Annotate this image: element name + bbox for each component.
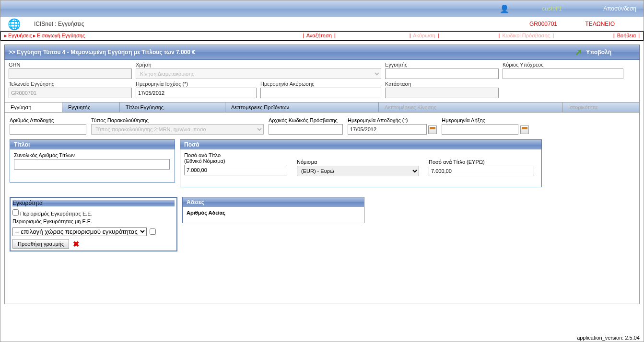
titles-panel-header: Τίτλοι [10,140,175,149]
limit-noneu-label: Περιορισμός Εγκυρότητας μη Ε.Ε. [12,218,92,224]
calendar-icon[interactable] [520,125,529,134]
amount-euro-label: Ποσό ανά Τίτλο (ΕΥΡΩ) [429,159,534,165]
amount-euro-input[interactable] [429,166,534,176]
usage-label: Χρήση [136,62,381,68]
office-code: GR000701 [529,21,557,27]
expiry-date-label: Ημερομηνία Λήξης [442,117,528,123]
principal-input[interactable] [503,68,623,79]
validity-panel: Εγκυρότητα Περιορισμός Εγκυρότητας Ε.Ε. … [10,197,177,251]
nav-cancel: Ακύρωση [413,33,435,38]
cancel-date-label: Ημερομηνία Ακύρωσης [260,81,381,87]
currency-select[interactable]: (EUR) - Ευρώ [297,166,419,176]
usage-select[interactable]: Κίνηση Διαμετακόμισης [136,68,381,79]
expiry-date-input[interactable] [442,124,518,135]
user-icon: 👤 [500,4,509,13]
initial-code-input[interactable] [269,124,343,135]
titles-panel: Τίτλοι Συνολικός Αριθμός Τίτλων [10,139,175,182]
amount-national-input[interactable] [184,165,287,175]
licenses-panel-header: Άδειες [183,197,364,207]
office-input [9,88,132,98]
guarantor-input[interactable] [385,68,499,79]
office-label: ΤΕΛΩΝΕΙΟ [585,21,615,27]
license-num-label: Αριθμός Αδείας [187,210,360,216]
panel-header: >> Εγγύηση Τύπου 4 - Μεμονωμένη Εγγύηση … [4,45,640,60]
country-checkbox[interactable] [150,228,156,235]
valid-date-label: Ημερομηνία Ισχύος (*) [136,81,257,87]
bc-part1[interactable]: Εγγυήσεις [8,33,32,38]
tab-titles[interactable]: Τίτλοι Εγγύησης [120,103,225,112]
principal-label: Κύριος Υπόχρεος [503,62,623,68]
submit-arrow-icon: ➚ [575,47,582,57]
tab-movement: Λεπτομέρειες Κίνησης [379,103,562,112]
status-input [385,88,499,98]
office-field-label: Τελωνείο Εγγύησης [9,81,132,87]
panel-title: >> Εγγύηση Τύπου 4 - Μεμονωμένη Εγγύηση … [9,49,195,56]
nav-search[interactable]: Αναζήτηση [306,33,332,38]
grn-input [9,68,132,79]
total-titles-label: Συνολικός Αριθμός Τίτλων [14,152,171,158]
username-link[interactable]: custoff1 [542,5,562,12]
app-header: 🌐 ICISnet : Εγγυήσεις GR000701 ΤΕΛΩΝΕΙΟ [0,17,644,31]
cancel-date-input[interactable] [260,88,381,98]
nav-help[interactable]: Βοήθεια [617,33,636,38]
tabs: Εγγύηση Εγγυητής Τίτλοι Εγγύησης Λεπτομέ… [4,103,640,113]
delete-icon[interactable]: ✖ [73,239,79,249]
tab-history: Ιστορικότητα [562,103,639,112]
amounts-panel-header: Ποσά [180,140,541,149]
add-row-button[interactable]: Προσθήκη γραμμής [12,239,69,249]
monitor-type-select[interactable]: Τύπος παρακολούθησης 2:MRN, ημν/νια, ποσ… [91,124,264,135]
amounts-panel: Ποσά Ποσό ανά Τίτλο(Εθνικό Νόμισμα) Νόμι… [180,139,542,187]
topbar: 👤 custoff1 Αποσύνδεση [0,0,644,17]
limit-eu-checkbox[interactable] [12,209,19,216]
logout-link[interactable]: Αποσύνδεση [603,5,636,12]
licenses-panel: Άδειες Αριθμός Αδείας [182,197,364,223]
status-label: Κατάσταση [385,81,499,87]
tab-products[interactable]: Λεπτομέρειες Προϊόντων [225,103,379,112]
app-title: ICISnet : Εγγυήσεις [34,21,84,27]
accept-num-input[interactable] [10,124,86,135]
valid-date-input[interactable] [136,88,257,98]
accept-date-label: Ημερομηνία Αποδοχής (*) [348,117,437,123]
nav-codes: Κωδικοί Πρόσβασης [502,33,550,38]
submit-button[interactable]: ➚ Υποβολή [575,47,611,57]
validity-panel-header: Εγκυρότητα [12,200,175,206]
accept-date-input[interactable] [348,124,427,135]
accept-num-label: Αριθμός Αποδοχής [10,117,86,123]
amount-national-label: Ποσό ανά Τίτλο(Εθνικό Νόμισμα) [184,152,287,164]
bc-part2[interactable]: Εισαγωγή Εγγύησης [37,33,85,38]
grn-label: GRN [9,62,132,68]
currency-label: Νόμισμα [297,159,419,165]
total-titles-input[interactable] [14,159,170,170]
calendar-icon[interactable] [428,125,437,134]
initial-code-label: Αρχικός Κωδικός Πρόσβασης [269,117,343,123]
form-grid: GRN Χρήση Κίνηση Διαμετακόμισης Εγγυητής… [4,60,640,103]
breadcrumb-bar: ▸Εγγυήσεις▸Εισαγωγή Εγγύησης | Αναζήτηση… [0,31,644,41]
tab-guarantee[interactable]: Εγγύηση [5,103,62,112]
globe-icon: 🌐 [8,18,21,31]
country-select[interactable]: -- επιλογή χώρας περιορισμού εγκυρότητας… [12,227,147,236]
tab-guarantor[interactable]: Εγγυητής [62,103,120,112]
guarantor-label: Εγγυητής [385,62,499,68]
breadcrumb: ▸Εγγυήσεις▸Εισαγωγή Εγγύησης [3,33,85,39]
limit-eu-label: Περιορισμός Εγκυρότητας Ε.Ε. [20,211,93,217]
monitor-type-label: Τύπος Παρακολούθησης [91,117,264,123]
tab-content: Αριθμός Αποδοχής Τύπος Παρακολούθησης Τύ… [4,113,640,304]
footer-version: application_version: 2.5.04 [577,335,640,341]
